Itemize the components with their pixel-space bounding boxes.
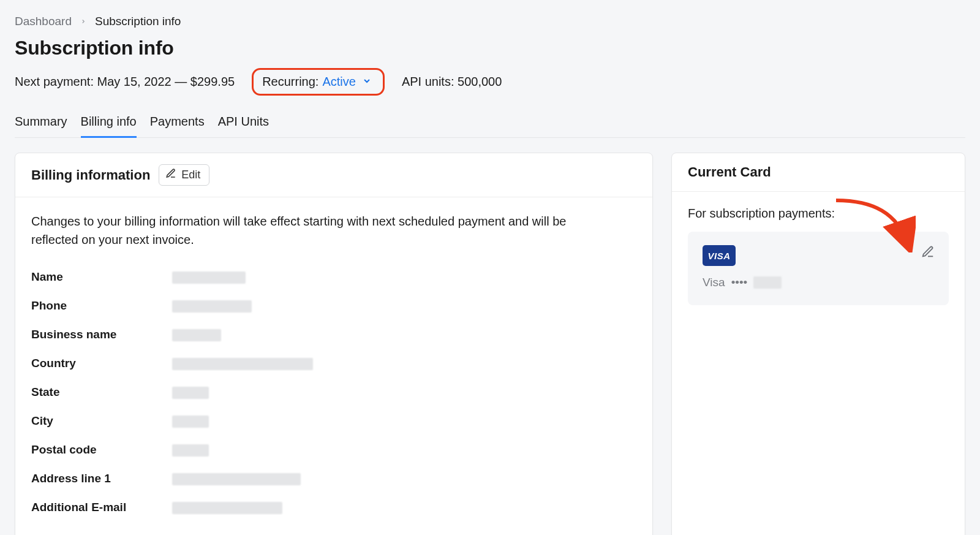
card-brand-text: Visa: [703, 276, 725, 289]
tab-billing-info[interactable]: Billing info: [81, 115, 137, 138]
billing-card-title: Billing information: [31, 167, 150, 183]
payment-card-block: VISA Visa ••••: [688, 232, 949, 305]
current-card-title: Current Card: [688, 164, 771, 180]
edit-card-button[interactable]: [921, 245, 935, 260]
tab-bar: Summary Billing info Payments API Units: [15, 114, 965, 138]
field-country: Country: [31, 349, 636, 378]
card-last4-redacted: [753, 276, 782, 289]
visa-badge-icon: VISA: [703, 245, 736, 266]
tab-summary[interactable]: Summary: [15, 115, 67, 138]
field-postal-code: Postal code: [31, 435, 636, 464]
current-card-card: Current Card For subscription payments: …: [671, 153, 965, 535]
field-phone: Phone: [31, 291, 636, 320]
current-card-subtitle: For subscription payments:: [688, 207, 949, 221]
card-masked-dots: ••••: [731, 276, 748, 289]
breadcrumb-current: Subscription info: [95, 15, 181, 28]
chevron-down-icon: [362, 75, 372, 89]
edit-billing-button[interactable]: Edit: [159, 164, 209, 186]
api-units: API units: 500,000: [402, 75, 502, 89]
subscription-meta: Next payment: May 15, 2022 — $299.95 Rec…: [15, 68, 965, 96]
field-additional-email: Additional E-mail: [31, 493, 636, 522]
field-address-line-1: Address line 1: [31, 464, 636, 493]
page-title: Subscription info: [15, 37, 965, 59]
pencil-icon: [165, 168, 176, 182]
tab-api-units[interactable]: API Units: [218, 115, 269, 138]
billing-information-card: Billing information Edit Changes to your…: [15, 153, 653, 535]
field-state: State: [31, 378, 636, 406]
field-city: City: [31, 406, 636, 435]
billing-description: Changes to your billing information will…: [31, 212, 570, 249]
field-name: Name: [31, 262, 636, 291]
chevron-right-icon: [80, 16, 86, 27]
next-payment: Next payment: May 15, 2022 — $299.95: [15, 75, 235, 89]
breadcrumb-dashboard[interactable]: Dashboard: [15, 15, 72, 28]
field-business-name: Business name: [31, 320, 636, 349]
tab-payments[interactable]: Payments: [150, 115, 205, 138]
breadcrumb: Dashboard Subscription info: [15, 15, 965, 28]
recurring-dropdown[interactable]: Recurring: Active: [252, 68, 385, 96]
